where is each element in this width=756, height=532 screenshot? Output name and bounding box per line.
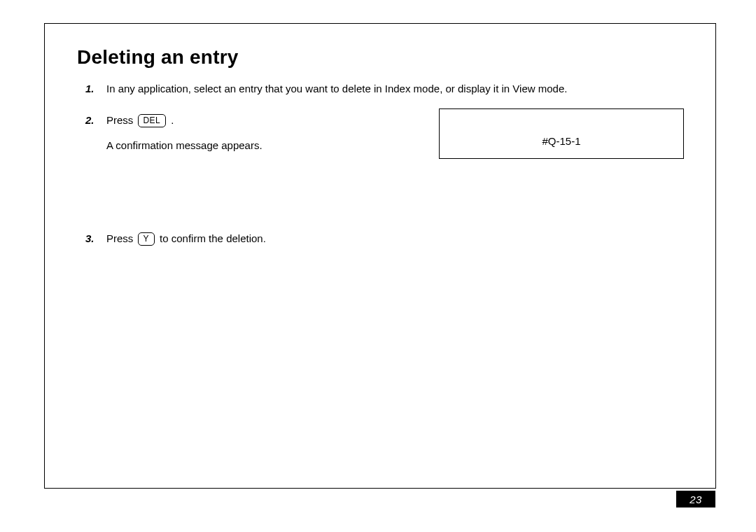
page-number-text: 23 xyxy=(690,493,702,505)
step-number-1: 1. xyxy=(85,81,94,97)
step-2-press: Press xyxy=(106,114,136,126)
steps-list: 1. In any application, select an entry t… xyxy=(77,81,687,246)
section-title: Deleting an entry xyxy=(77,46,687,69)
page-number: 23 xyxy=(676,491,715,507)
del-keycap-icon: DEL xyxy=(138,114,167,127)
step-3: 3. Press Y to confirm the deletion. xyxy=(106,231,687,247)
step-number-2: 2. xyxy=(85,113,94,129)
page-frame: Deleting an entry 1. In any application,… xyxy=(44,23,716,489)
step-3-press: Press xyxy=(106,232,136,244)
callout-text: #Q-15-1 xyxy=(542,134,580,150)
step-3-text: Press Y to confirm the deletion. xyxy=(106,231,687,247)
step-number-3: 3. xyxy=(85,231,94,247)
step-2: 2. Press DEL . A confirmation message ap… xyxy=(106,113,687,154)
callout-box: #Q-15-1 xyxy=(439,108,684,159)
step-1-text: In any application, select an entry that… xyxy=(106,81,687,97)
step-2-period: . xyxy=(168,114,174,126)
step-3-rest: to confirm the deletion. xyxy=(157,232,266,244)
step-1: 1. In any application, select an entry t… xyxy=(106,81,687,97)
y-keycap-icon: Y xyxy=(138,232,155,246)
